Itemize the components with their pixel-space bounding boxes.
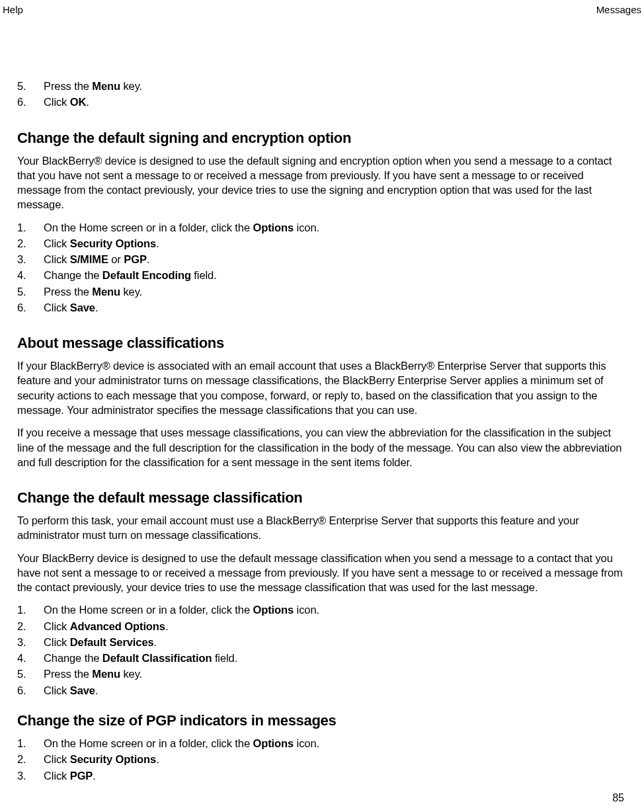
step-text: . xyxy=(154,636,157,648)
step-text: . xyxy=(86,96,89,108)
step-bold: Advanced Options xyxy=(70,620,165,632)
list-item: Click Security Options. xyxy=(17,752,627,766)
step-text: field. xyxy=(212,652,237,664)
step-text: . xyxy=(95,302,98,313)
list-item: Click Advanced Options. xyxy=(17,619,627,633)
step-text: icon. xyxy=(294,737,319,749)
header-left: Help xyxy=(3,4,23,15)
step-bold: Security Options xyxy=(70,237,156,249)
steps-list: On the Home screen or in a folder, click… xyxy=(17,602,627,698)
list-item: Change the Default Classification field. xyxy=(17,651,627,665)
step-text: icon. xyxy=(294,222,319,233)
step-bold: Default Services xyxy=(70,636,154,648)
step-text: Click xyxy=(44,96,70,108)
step-text: Click xyxy=(44,253,70,265)
body-paragraph: Your BlackBerry® device is designed to u… xyxy=(17,153,627,212)
step-bold: PGP xyxy=(124,253,147,265)
step-text: key. xyxy=(120,80,142,92)
step-bold: Menu xyxy=(92,668,120,680)
list-item: On the Home screen or in a folder, click… xyxy=(17,602,627,617)
section-title: About message classifications xyxy=(17,335,627,352)
section-title: Change the default signing and encryptio… xyxy=(17,130,627,147)
list-item: Click Save. xyxy=(17,683,627,698)
step-text: On the Home screen or in a folder, click… xyxy=(44,737,253,749)
list-item: Click PGP. xyxy=(17,768,627,783)
step-bold: Options xyxy=(253,222,294,233)
step-bold: Save xyxy=(70,302,95,313)
step-bold: S/MIME xyxy=(70,253,108,265)
list-item: Click S/MIME or PGP. xyxy=(17,252,627,266)
step-text: Change the xyxy=(44,652,102,664)
step-text: key. xyxy=(120,668,142,680)
step-bold: Options xyxy=(253,604,294,616)
step-text: or xyxy=(108,253,124,265)
step-bold: Default Encoding xyxy=(102,269,191,281)
step-text: On the Home screen or in a folder, click… xyxy=(44,604,253,616)
header-right: Messages xyxy=(596,4,641,15)
section-title: Change the default message classificatio… xyxy=(17,489,627,507)
pre-steps-list: Press the Menu key. Click OK. xyxy=(17,79,627,110)
body-paragraph: If your BlackBerry® device is associated… xyxy=(17,358,627,417)
page: Help Messages Press the Menu key. Click … xyxy=(0,0,644,812)
step-text: Click xyxy=(44,636,70,648)
list-item: On the Home screen or in a folder, click… xyxy=(17,220,627,235)
list-item: Click Security Options. xyxy=(17,236,627,251)
list-item: Press the Menu key. xyxy=(17,284,627,299)
step-text: key. xyxy=(120,286,142,298)
step-bold: Default Classification xyxy=(102,652,212,664)
step-text: . xyxy=(147,253,149,265)
step-bold: Menu xyxy=(92,286,120,298)
list-item: On the Home screen or in a folder, click… xyxy=(17,736,627,751)
page-number: 85 xyxy=(612,792,624,804)
steps-list: On the Home screen or in a folder, click… xyxy=(17,220,627,315)
step-text: . xyxy=(95,684,98,696)
step-bold: Menu xyxy=(92,80,120,92)
step-text: Click xyxy=(44,302,70,313)
step-text: . xyxy=(156,753,159,765)
step-text: field. xyxy=(191,269,217,281)
step-text: . xyxy=(93,770,95,782)
step-text: Press the xyxy=(44,286,92,298)
list-item: Click Save. xyxy=(17,300,627,315)
step-text: Change the xyxy=(44,269,102,281)
list-item: Change the Default Encoding field. xyxy=(17,268,627,282)
body-paragraph: Your BlackBerry device is designed to us… xyxy=(17,551,627,595)
step-text: . xyxy=(156,237,159,249)
step-text: Click xyxy=(44,753,70,765)
step-text: Click xyxy=(44,684,70,696)
step-bold: Save xyxy=(70,684,95,696)
body-paragraph: If you receive a message that uses messa… xyxy=(17,425,627,469)
content: Press the Menu key. Click OK. Change the… xyxy=(17,76,627,790)
steps-list: On the Home screen or in a folder, click… xyxy=(17,736,627,783)
step-bold: OK xyxy=(70,96,87,108)
step-bold: Security Options xyxy=(70,753,156,765)
list-item: Click OK. xyxy=(17,95,627,109)
list-item: Press the Menu key. xyxy=(17,79,627,93)
step-text: Click xyxy=(44,770,70,782)
step-text: Click xyxy=(44,620,70,632)
step-bold: PGP xyxy=(70,770,93,782)
list-item: Press the Menu key. xyxy=(17,667,627,681)
step-text: . xyxy=(165,620,168,632)
step-bold: Options xyxy=(253,737,294,749)
step-text: icon. xyxy=(294,604,319,616)
step-text: Press the xyxy=(44,80,92,92)
section-title: Change the size of PGP indicators in mes… xyxy=(17,712,627,729)
step-text: On the Home screen or in a folder, click… xyxy=(44,222,253,233)
list-item: Click Default Services. xyxy=(17,635,627,649)
step-text: Click xyxy=(44,237,70,249)
body-paragraph: To perform this task, your email account… xyxy=(17,513,627,543)
step-text: Press the xyxy=(44,668,92,680)
